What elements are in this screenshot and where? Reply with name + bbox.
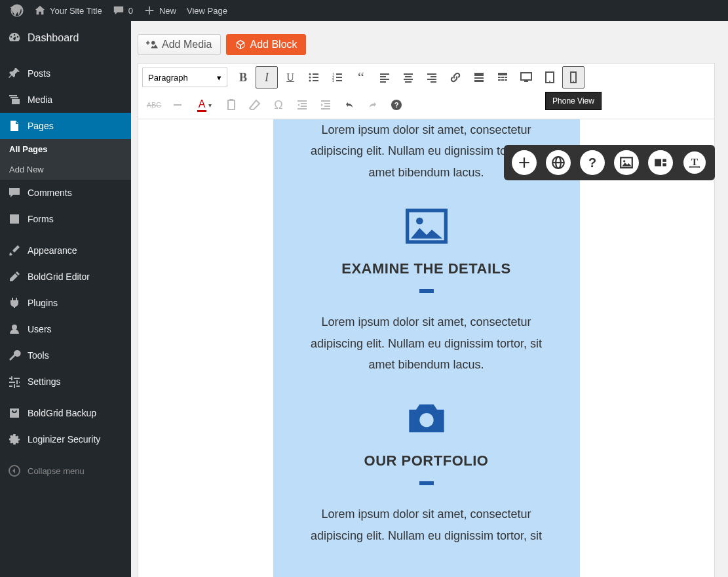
sidebar-item-boldgrid-editor[interactable]: BoldGrid Editor [0,264,131,290]
phone-icon [567,71,580,84]
sidebar-submenu: All Pages Add New [0,139,131,180]
outdent-button[interactable] [291,94,313,116]
sidebar-item-comments[interactable]: Comments [0,180,131,206]
add-element-button[interactable] [512,150,537,175]
sidebar-item-tools[interactable]: Tools [0,342,131,368]
svg-rect-41 [174,104,182,106]
globe-icon [551,155,565,170]
brush-icon [8,244,21,257]
image-icon[interactable] [293,208,560,247]
kitchen-sink-icon [496,71,509,84]
sidebar-item-media[interactable]: Media [0,87,131,113]
tablet-view-button[interactable] [539,66,561,89]
view-page-link[interactable]: View Page [182,0,233,21]
editor-toolbar: Paragraph ▾ B I U 123 “ Phone [138,63,715,119]
comments-count: 0 [128,6,133,16]
sidebar-item-loginizer[interactable]: Loginizer Security [0,426,131,452]
toolbar-toggle-button[interactable] [491,66,514,89]
link-button[interactable] [444,66,467,89]
align-left-button[interactable] [374,66,396,89]
submenu-add-new[interactable]: Add New [0,159,131,180]
svg-rect-10 [336,77,342,78]
format-select[interactable]: Paragraph ▾ [142,68,227,87]
wp-logo[interactable] [5,0,29,21]
insert-more-button[interactable] [468,66,490,89]
italic-button[interactable]: I [256,66,278,89]
new-label: New [159,6,176,16]
collapse-menu[interactable]: Collapse menu [0,458,131,484]
text-color-button[interactable]: A▾ [190,94,219,116]
add-block-button[interactable]: Add Block [226,34,306,55]
editor-canvas[interactable]: Lorem ipsum dolor sit amet, consectetur … [138,119,715,577]
camera-icon[interactable] [293,400,560,439]
site-link[interactable]: Your Site Title [29,0,107,21]
bullet-list-button[interactable] [303,66,325,89]
desktop-view-button[interactable] [515,66,537,89]
tablet-icon [543,71,556,84]
button-label: Add Media [162,39,212,50]
globe-button[interactable] [546,150,571,175]
section-title[interactable]: EXAMINE THE DETAILS [293,260,560,277]
help-button[interactable]: ? [580,150,605,175]
site-title: Your Site Title [50,6,102,16]
blockquote-button[interactable]: “ [350,66,372,89]
svg-point-40 [573,81,574,82]
page-icon [8,119,21,132]
link-icon [449,71,462,84]
sidebar-item-plugins[interactable]: Plugins [0,290,131,316]
help-button[interactable]: ? [385,94,408,116]
pin-icon [8,67,21,80]
new-link[interactable]: New [138,0,182,21]
comment-icon [8,186,21,199]
format-value: Paragraph [148,73,188,83]
svg-rect-49 [324,103,330,104]
desktop-icon [520,71,533,84]
svg-rect-16 [380,81,386,83]
svg-rect-15 [380,79,389,80]
wordpress-icon [10,4,24,17]
sidebar-item-appearance[interactable]: Appearance [0,237,131,264]
clipboard-icon [225,98,238,111]
svg-rect-18 [405,76,412,77]
content-text[interactable]: Lorem ipsum dolor sit amet, consectetur … [293,504,560,546]
number-list-button[interactable]: 123 [326,66,349,89]
undo-button[interactable] [338,94,360,116]
sidebar-item-pages[interactable]: Pages [0,113,131,139]
strikethrough-button[interactable]: ABC [143,94,165,116]
indent-button[interactable] [315,94,337,116]
sidebar-item-label: Tools [28,350,49,361]
user-icon [8,323,21,336]
paste-text-button[interactable] [220,94,242,116]
section-title[interactable]: OUR PORTFOLIO [293,452,560,469]
content-text[interactable]: Lorem ipsum dolor sit amet, consectetur … [293,311,560,375]
layout-button[interactable] [648,150,673,175]
comments-link[interactable]: 0 [107,0,138,21]
sidebar-item-posts[interactable]: Posts [0,60,131,87]
wrench-icon [8,349,21,362]
sidebar-item-forms[interactable]: Forms [0,206,131,232]
svg-rect-19 [404,79,413,80]
special-char-button[interactable]: Ω [267,94,290,116]
sidebar-item-settings[interactable]: Settings [0,368,131,395]
align-center-button[interactable] [397,66,419,89]
align-right-button[interactable] [421,66,443,89]
clear-format-button[interactable] [244,94,266,116]
svg-point-5 [309,80,311,82]
readmore-icon [472,71,486,84]
bold-button[interactable]: B [232,66,254,89]
redo-button[interactable] [362,94,384,116]
chevron-down-icon: ▾ [217,73,221,83]
image-icon [619,155,634,170]
sidebar-item-users[interactable]: Users [0,316,131,342]
sidebar-item-dashboard[interactable]: Dashboard [0,21,131,55]
underline-button[interactable]: U [279,66,301,89]
hr-button[interactable] [166,94,189,116]
submenu-all-pages[interactable]: All Pages [0,139,131,159]
add-media-button[interactable]: Add Media [138,34,221,55]
phone-view-button[interactable]: Phone View [562,66,584,89]
sidebar-item-boldgrid-backup[interactable]: BoldGrid Backup [0,400,131,426]
svg-rect-42 [228,100,235,109]
image-button[interactable] [614,150,639,175]
svg-rect-46 [301,106,307,107]
text-button[interactable]: T [682,150,707,175]
